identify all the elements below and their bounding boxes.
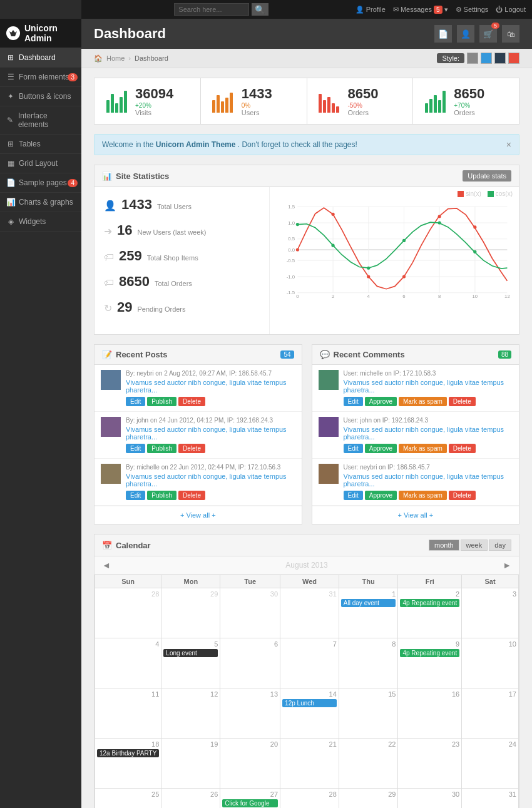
- cal-day[interactable]: 10: [462, 638, 519, 688]
- delete-comment-button[interactable]: Delete: [449, 397, 476, 406]
- cal-day[interactable]: 29: [339, 789, 398, 809]
- search-input[interactable]: [174, 3, 249, 16]
- cal-day[interactable]: 21: [280, 739, 339, 789]
- spam-comment-button[interactable]: Mark as spam: [399, 491, 447, 500]
- delete-comment-button[interactable]: Delete: [449, 491, 476, 500]
- cal-day[interactable]: 19: [161, 739, 220, 789]
- update-stats-button[interactable]: Update stats: [463, 170, 511, 182]
- cal-day[interactable]: 31: [462, 789, 519, 809]
- sidebar-item-charts[interactable]: 📊 Charts & graphs: [0, 193, 81, 212]
- color-swatch-red[interactable]: [508, 53, 519, 64]
- cal-day[interactable]: 1All day event: [339, 588, 398, 638]
- cal-day[interactable]: 25: [95, 789, 161, 809]
- cal-day[interactable]: 13: [220, 688, 280, 739]
- edit-post-button[interactable]: Edit: [126, 491, 145, 500]
- post-link[interactable]: Vivamus sed auctor nibh congue, ligula v…: [126, 426, 295, 441]
- comment-link[interactable]: Vivamus sed auctor nibh congue, ligula v…: [344, 426, 513, 441]
- cal-day[interactable]: 1812a Birthday PARTY: [95, 739, 161, 789]
- cal-day[interactable]: 24p Repeating event: [398, 588, 462, 638]
- cal-day[interactable]: 11: [95, 688, 161, 739]
- cal-day[interactable]: 5Long event: [161, 638, 220, 688]
- prev-month-button[interactable]: ◄: [102, 560, 111, 570]
- approve-comment-button[interactable]: Approve: [365, 444, 397, 453]
- view-all-comments[interactable]: + View all +: [312, 506, 519, 524]
- edit-comment-button[interactable]: Edit: [344, 397, 363, 406]
- search-button[interactable]: 🔍: [252, 3, 269, 16]
- edit-comment-button[interactable]: Edit: [344, 444, 363, 453]
- sidebar-item-widgets[interactable]: ◈ Widgets: [0, 212, 81, 232]
- day-view-button[interactable]: day: [489, 540, 511, 551]
- sidebar-item-form-elements[interactable]: ☰ Form elements 3: [0, 68, 81, 87]
- color-swatch-blue[interactable]: [481, 53, 492, 64]
- cal-day[interactable]: 27Click for Google: [220, 789, 280, 809]
- color-swatch-gray[interactable]: [467, 53, 478, 64]
- cal-event[interactable]: 12p Lunch: [282, 699, 337, 707]
- cal-day[interactable]: 6: [220, 638, 280, 688]
- profile-link[interactable]: 👤 Profile: [356, 6, 386, 14]
- publish-post-button[interactable]: Publish: [147, 491, 176, 500]
- post-link[interactable]: Vivamus sed auctor nibh congue, ligula v…: [126, 379, 295, 394]
- alert-close-button[interactable]: ×: [506, 140, 511, 150]
- cart-icon-btn[interactable]: 🛒 5: [479, 25, 497, 43]
- post-link[interactable]: Vivamus sed auctor nibh congue, ligula v…: [126, 473, 295, 488]
- cal-event[interactable]: Long event: [163, 649, 218, 657]
- cal-day[interactable]: 20: [220, 739, 280, 789]
- cal-day[interactable]: 4: [95, 638, 161, 688]
- publish-post-button[interactable]: Publish: [147, 397, 176, 406]
- file-icon-btn[interactable]: 📄: [434, 25, 452, 43]
- view-all-posts[interactable]: + View all +: [95, 506, 302, 524]
- comment-link[interactable]: Vivamus sed auctor nibh congue, ligula v…: [344, 379, 513, 394]
- cal-day[interactable]: 12: [161, 688, 220, 739]
- sidebar-item-sample[interactable]: 📄 Sample pages 4: [0, 173, 81, 193]
- sidebar-item-interface[interactable]: ✎ Interface elements: [0, 106, 81, 135]
- cal-day[interactable]: 94p Repeating event: [398, 638, 462, 688]
- spam-comment-button[interactable]: Mark as spam: [399, 397, 447, 406]
- cal-day[interactable]: 29: [161, 588, 220, 638]
- cal-day[interactable]: 31: [280, 588, 339, 638]
- publish-post-button[interactable]: Publish: [147, 444, 176, 453]
- cal-day[interactable]: 26: [161, 789, 220, 809]
- week-view-button[interactable]: week: [461, 540, 488, 551]
- cal-day[interactable]: 30: [220, 588, 280, 638]
- edit-comment-button[interactable]: Edit: [344, 491, 363, 500]
- spam-comment-button[interactable]: Mark as spam: [399, 444, 447, 453]
- sidebar-item-grid[interactable]: ▦ Grid Layout: [0, 154, 81, 173]
- approve-comment-button[interactable]: Approve: [365, 491, 397, 500]
- delete-post-button[interactable]: Delete: [178, 397, 205, 406]
- messages-link[interactable]: ✉ Messages 5 ▾: [393, 6, 448, 14]
- cal-event[interactable]: All day event: [341, 599, 396, 607]
- cal-day[interactable]: 16: [398, 688, 462, 739]
- logout-link[interactable]: ⏻ Logout: [496, 6, 526, 13]
- edit-post-button[interactable]: Edit: [126, 397, 145, 406]
- cal-day[interactable]: 3: [462, 588, 519, 638]
- cal-day[interactable]: 15: [339, 688, 398, 739]
- breadcrumb-home[interactable]: Home: [106, 54, 125, 62]
- cal-day[interactable]: 28: [280, 789, 339, 809]
- delete-post-button[interactable]: Delete: [178, 444, 205, 453]
- next-month-button[interactable]: ►: [503, 560, 511, 570]
- shopping-bag-btn[interactable]: 🛍: [502, 25, 519, 43]
- cal-day[interactable]: 22: [339, 739, 398, 789]
- cal-event[interactable]: 4p Repeating event: [400, 649, 459, 657]
- month-view-button[interactable]: month: [429, 540, 459, 551]
- edit-post-button[interactable]: Edit: [126, 444, 145, 453]
- settings-link[interactable]: ⚙ Settings: [456, 6, 489, 14]
- cal-event[interactable]: Click for Google: [222, 799, 278, 807]
- approve-comment-button[interactable]: Approve: [365, 397, 397, 406]
- color-swatch-dark[interactable]: [494, 53, 506, 64]
- cal-day[interactable]: 7: [280, 638, 339, 688]
- cal-day[interactable]: 8: [339, 638, 398, 688]
- style-button[interactable]: Style:: [437, 53, 464, 63]
- sidebar-item-buttons[interactable]: ✦ Buttons & icons: [0, 87, 81, 106]
- cal-day[interactable]: 17: [462, 688, 519, 739]
- cal-day[interactable]: 23: [398, 739, 462, 789]
- cal-day[interactable]: 1412p Lunch: [280, 688, 339, 739]
- delete-post-button[interactable]: Delete: [178, 491, 205, 500]
- cal-event[interactable]: 4p Repeating event: [400, 599, 459, 607]
- user-icon-btn[interactable]: 👤: [457, 25, 474, 43]
- sidebar-item-dashboard[interactable]: ⊞ Dashboard: [0, 48, 81, 68]
- delete-comment-button[interactable]: Delete: [449, 444, 476, 453]
- comment-link[interactable]: Vivamus sed auctor nibh congue, ligula v…: [344, 473, 513, 488]
- sidebar-item-tables[interactable]: ⊞ Tables: [0, 135, 81, 154]
- cal-day[interactable]: 30: [398, 789, 462, 809]
